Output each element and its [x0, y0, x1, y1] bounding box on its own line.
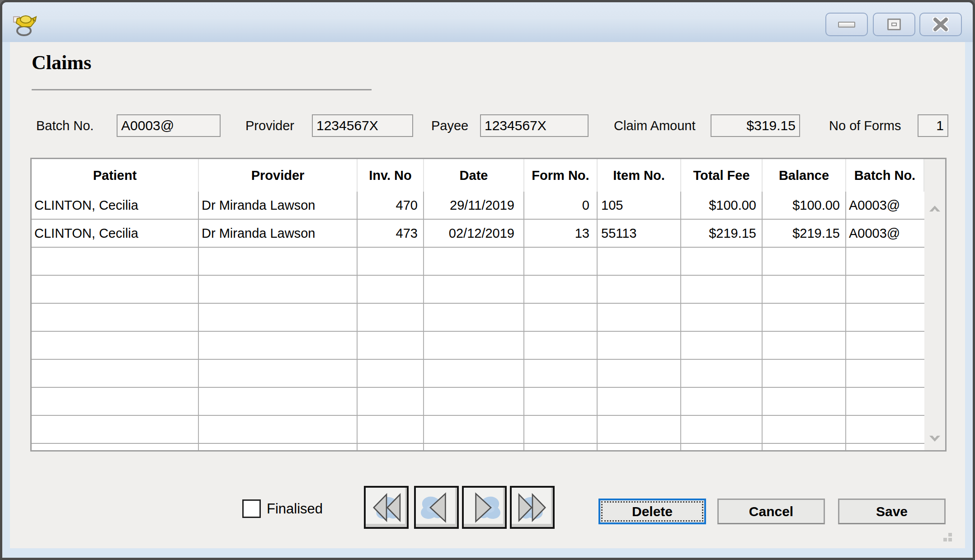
page-title: Claims [32, 51, 91, 74]
col-header-form-no: Form No. [524, 159, 598, 192]
title-bar[interactable] [2, 2, 973, 42]
cell-provider: Dr Miranda Lawson [199, 220, 358, 247]
title-underline [32, 89, 372, 90]
cell-date: 29/11/2019 [424, 192, 524, 219]
table-scrollbar[interactable] [924, 159, 945, 450]
scroll-up-icon[interactable] [928, 203, 941, 212]
table-header-row: Patient Provider Inv. No Date Form No. I… [32, 159, 924, 192]
cell-batch-no: A0003@ [846, 220, 924, 247]
no-of-forms-field[interactable] [918, 114, 948, 137]
last-record-button[interactable] [510, 486, 555, 529]
empty-table-row [32, 332, 924, 360]
cell-batch-no: A0003@ [846, 192, 924, 219]
previous-record-icon [417, 489, 457, 526]
batch-no-field[interactable] [117, 114, 221, 137]
col-header-provider: Provider [199, 159, 358, 192]
no-of-forms-label: No of Forms [829, 114, 901, 137]
batch-no-label: Batch No. [36, 114, 94, 137]
cell-date: 02/12/2019 [424, 220, 524, 247]
empty-table-row [32, 416, 924, 444]
next-record-button[interactable] [462, 486, 507, 529]
cell-form-no: 13 [524, 220, 598, 247]
payee-label: Payee [431, 114, 468, 137]
close-icon [933, 17, 949, 32]
cell-inv-no: 470 [358, 192, 424, 219]
table-row[interactable]: CLINTON, Cecilia Dr Miranda Lawson 470 2… [32, 192, 924, 220]
partial-table-row [32, 444, 924, 450]
cell-patient: CLINTON, Cecilia [32, 220, 199, 247]
claims-table-body: Patient Provider Inv. No Date Form No. I… [32, 159, 924, 450]
col-header-total-fee: Total Fee [681, 159, 763, 192]
cell-patient: CLINTON, Cecilia [32, 192, 199, 219]
claims-window: Claims Batch No. Provider Payee Claim Am… [0, 0, 975, 560]
col-header-date: Date [424, 159, 524, 192]
cell-form-no: 0 [524, 192, 598, 219]
close-button[interactable] [919, 13, 962, 36]
provider-field[interactable] [312, 114, 413, 137]
payee-field[interactable] [480, 114, 589, 137]
finalised-checkbox[interactable] [242, 499, 261, 518]
minimize-button[interactable] [825, 13, 868, 36]
app-icon [13, 12, 37, 38]
col-header-patient: Patient [32, 159, 199, 192]
col-header-balance: Balance [763, 159, 846, 192]
col-header-item-no: Item No. [598, 159, 681, 192]
previous-record-button[interactable] [414, 486, 459, 529]
claim-amount-field[interactable] [711, 114, 800, 137]
save-button[interactable]: Save [838, 499, 946, 524]
maximize-button[interactable] [873, 13, 915, 36]
col-header-batch-no: Batch No. [846, 159, 924, 192]
table-row[interactable]: CLINTON, Cecilia Dr Miranda Lawson 473 0… [32, 220, 924, 248]
col-header-inv-no: Inv. No [358, 159, 424, 192]
cell-total-fee: $219.15 [681, 220, 763, 247]
empty-table-row [32, 360, 924, 388]
maximize-icon [887, 19, 901, 30]
claim-amount-label: Claim Amount [614, 114, 696, 137]
minimize-icon [838, 22, 855, 28]
delete-button[interactable]: Delete [598, 499, 706, 524]
last-record-icon [513, 489, 552, 526]
claims-table: Patient Provider Inv. No Date Form No. I… [30, 158, 947, 452]
resize-grip[interactable] [939, 529, 953, 543]
cell-inv-no: 473 [358, 220, 424, 247]
provider-label: Provider [245, 114, 294, 137]
cell-total-fee: $100.00 [681, 192, 763, 219]
scroll-down-icon[interactable] [928, 435, 941, 444]
first-record-icon [367, 489, 406, 526]
next-record-icon [465, 489, 504, 526]
empty-table-row [32, 388, 924, 416]
cell-balance: $219.15 [763, 220, 846, 247]
dialog-body: Claims Batch No. Provider Payee Claim Am… [10, 42, 965, 548]
cell-item-no: 55113 [598, 220, 681, 247]
empty-table-row [32, 304, 924, 332]
empty-table-row [32, 276, 924, 304]
cell-item-no: 105 [598, 192, 681, 219]
cancel-button[interactable]: Cancel [717, 499, 825, 524]
empty-table-row [32, 248, 924, 276]
cell-provider: Dr Miranda Lawson [199, 192, 358, 219]
finalised-label[interactable]: Finalised [267, 499, 323, 518]
cell-balance: $100.00 [763, 192, 846, 219]
first-record-button[interactable] [364, 486, 409, 529]
